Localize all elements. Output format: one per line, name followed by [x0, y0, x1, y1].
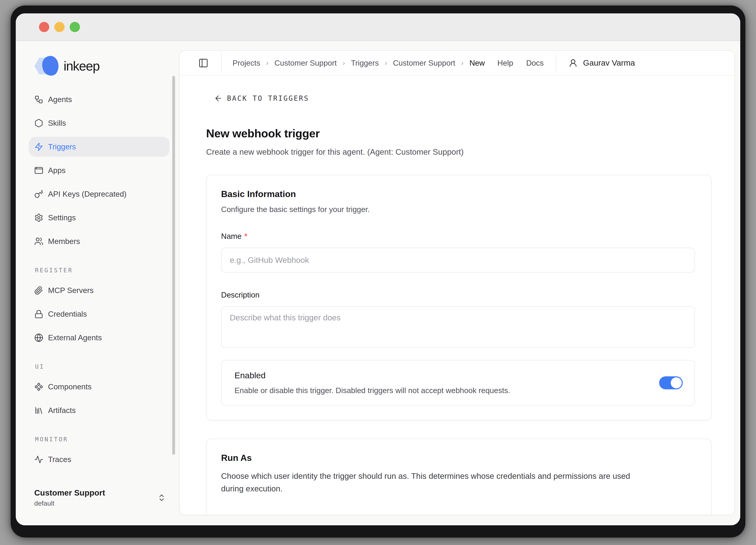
- app-window-icon: [34, 166, 43, 175]
- sidebar-item-agents[interactable]: Agents: [29, 89, 170, 109]
- sidebar-item-settings[interactable]: Settings: [29, 208, 170, 228]
- sidebar-section-register: REGISTER: [35, 267, 170, 274]
- globe-icon: [34, 333, 43, 342]
- description-input[interactable]: [221, 307, 695, 348]
- breadcrumb-separator: ›: [461, 59, 463, 67]
- project-variant: default: [34, 500, 105, 507]
- topbar-links: Help Docs: [497, 59, 544, 67]
- sidebar-item-traces[interactable]: Traces: [29, 449, 170, 470]
- sidebar-item-label: Settings: [48, 213, 76, 222]
- sidebar-item-label: MCP Servers: [48, 286, 94, 295]
- help-link[interactable]: Help: [497, 59, 513, 67]
- chevrons-up-down-icon: [157, 493, 166, 502]
- basic-information-card: Basic Information Configure the basic se…: [206, 175, 712, 421]
- sidebar-section-monitor: MONITOR: [35, 436, 170, 443]
- user-name: Gaurav Varma: [583, 58, 635, 68]
- sidebar-item-skills[interactable]: Skills: [29, 113, 170, 133]
- minimize-window-button[interactable]: [54, 22, 65, 32]
- user-menu[interactable]: Gaurav Varma: [569, 58, 635, 68]
- brand-logo[interactable]: inkeep: [34, 55, 179, 77]
- back-to-triggers-link[interactable]: BACK TO TRIGGERS: [214, 94, 309, 103]
- sidebar-item-label: Credentials: [48, 310, 87, 319]
- sidebar-item-label: Skills: [48, 119, 66, 127]
- main-panel: Projects › Customer Support › Triggers ›…: [179, 50, 735, 515]
- basic-information-title: Basic Information: [221, 189, 695, 199]
- sidebar-item-label: Apps: [48, 166, 66, 175]
- sidebar-item-label: Members: [48, 237, 80, 246]
- sidebar-item-mcp-servers[interactable]: MCP Servers: [29, 281, 170, 301]
- sidebar: inkeep Agents Skills Triggers: [16, 41, 179, 525]
- key-icon: [34, 189, 43, 198]
- breadcrumb-agent[interactable]: Customer Support: [393, 59, 455, 67]
- sidebar-item-api-keys[interactable]: API Keys (Deprecated): [29, 184, 170, 204]
- project-name: Customer Support: [34, 488, 105, 498]
- docs-link[interactable]: Docs: [526, 59, 544, 67]
- sidebar-item-members[interactable]: Members: [29, 231, 170, 251]
- enabled-setting: Enabled Enable or disable this trigger. …: [221, 360, 695, 406]
- sidebar-item-components[interactable]: Components: [29, 377, 170, 397]
- lock-icon: [34, 310, 43, 319]
- sidebar-item-external-agents[interactable]: External Agents: [29, 328, 170, 348]
- hexagon-icon: [34, 119, 43, 128]
- sidebar-item-label: Agents: [48, 95, 72, 104]
- sidebar-item-label: Triggers: [48, 142, 76, 151]
- workflow-icon: [34, 95, 43, 104]
- name-input[interactable]: [221, 248, 695, 272]
- sidebar-item-triggers[interactable]: Triggers: [29, 137, 170, 157]
- breadcrumb-triggers[interactable]: Triggers: [351, 59, 379, 67]
- sidebar-item-label: Components: [48, 383, 92, 391]
- run-as-title: Run As: [221, 453, 695, 463]
- page-content: BACK TO TRIGGERS New webhook trigger Cre…: [180, 75, 734, 515]
- zoom-window-button[interactable]: [70, 22, 80, 32]
- breadcrumb-separator: ›: [266, 59, 269, 67]
- sidebar-item-label: Traces: [48, 455, 71, 464]
- user-icon: [569, 58, 578, 68]
- required-marker: *: [244, 232, 247, 240]
- sidebar-item-label: External Agents: [48, 334, 102, 342]
- enabled-label: Enabled: [234, 371, 647, 380]
- run-as-card: Run As Choose which user identity the tr…: [206, 439, 712, 515]
- project-switcher[interactable]: Customer Support default: [16, 488, 179, 525]
- name-label: Name *: [221, 232, 695, 240]
- panel-left-icon[interactable]: [198, 58, 208, 68]
- breadcrumb: Projects › Customer Support › Triggers ›…: [233, 59, 485, 67]
- breadcrumb-project[interactable]: Customer Support: [274, 59, 337, 67]
- app-body: inkeep Agents Skills Triggers: [16, 41, 740, 525]
- breadcrumb-bar: Projects › Customer Support › Triggers ›…: [180, 51, 734, 75]
- traffic-lights: [39, 22, 80, 32]
- sidebar-section-ui: UI: [35, 363, 170, 370]
- sidebar-scrollbar[interactable]: [172, 76, 175, 455]
- breadcrumb-separator: ›: [343, 59, 345, 67]
- library-icon: [34, 406, 43, 415]
- sidebar-item-label: Artifacts: [48, 406, 76, 415]
- paperclip-icon: [34, 286, 43, 295]
- basic-information-description: Configure the basic settings for your tr…: [221, 205, 695, 214]
- page-title: New webhook trigger: [206, 127, 712, 140]
- breadcrumb-projects[interactable]: Projects: [233, 59, 260, 67]
- app-window: inkeep Agents Skills Triggers: [16, 13, 740, 525]
- description-label: Description: [221, 291, 695, 299]
- toggle-knob: [671, 377, 682, 388]
- enabled-toggle[interactable]: [659, 376, 683, 389]
- close-window-button[interactable]: [39, 22, 49, 32]
- macos-titlebar: [16, 13, 740, 41]
- inkeep-logo-icon: [34, 56, 58, 76]
- user-divider: [556, 55, 556, 71]
- topbar-divider: [221, 54, 221, 72]
- sidebar-item-artifacts[interactable]: Artifacts: [29, 400, 170, 421]
- breadcrumb-separator: ›: [385, 59, 387, 67]
- sidebar-item-label: API Keys (Deprecated): [48, 190, 127, 198]
- sidebar-item-apps[interactable]: Apps: [29, 160, 170, 180]
- back-link-label: BACK TO TRIGGERS: [227, 94, 309, 102]
- sidebar-item-credentials[interactable]: Credentials: [29, 304, 170, 324]
- activity-icon: [34, 455, 43, 464]
- zap-icon: [34, 142, 43, 151]
- run-as-description: Choose which user identity the trigger s…: [221, 470, 635, 495]
- sidebar-nav: Agents Skills Triggers Apps: [29, 89, 170, 488]
- enabled-description: Enable or disable this trigger. Disabled…: [234, 386, 647, 395]
- page-subtitle: Create a new webhook trigger for this ag…: [206, 147, 712, 157]
- users-icon: [34, 237, 43, 246]
- component-icon: [34, 382, 43, 391]
- brand-name: inkeep: [64, 58, 100, 73]
- breadcrumb-current: New: [469, 59, 485, 67]
